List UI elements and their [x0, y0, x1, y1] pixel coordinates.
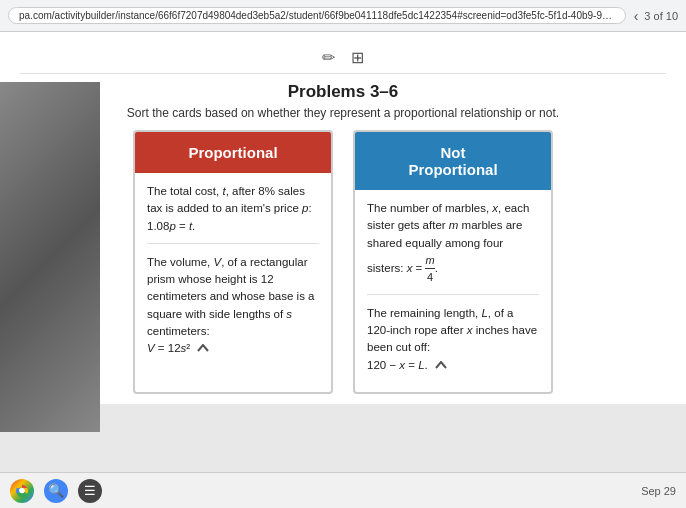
chrome-icon[interactable]: [10, 479, 34, 503]
taskbar-icons: 🔍 ☰: [10, 479, 102, 503]
card-item-rope: The remaining length, L, of a 120-inch r…: [367, 305, 539, 382]
proportional-card: Proportional The total cost, t, after 8%…: [133, 130, 333, 394]
not-proportional-card-body: The number of marbles, x, each sister ge…: [355, 190, 551, 392]
main-content: ✏ ⊞ Problems 3–6 Sort the cards based on…: [0, 32, 686, 404]
nav-controls: ‹ 3 of 10: [634, 8, 678, 24]
pencil-icon[interactable]: ✏: [322, 48, 335, 67]
chevron-up-icon[interactable]: [197, 340, 209, 357]
page-header: Problems 3–6 Sort the cards based on whe…: [20, 82, 666, 120]
page-subtitle: Sort the cards based on whether they rep…: [20, 106, 666, 120]
apps-icon[interactable]: ☰: [78, 479, 102, 503]
url-bar[interactable]: pa.com/activitybuilder/instance/66f6f720…: [8, 7, 626, 24]
page-counter: 3 of 10: [644, 10, 678, 22]
browser-bar: pa.com/activitybuilder/instance/66f6f720…: [0, 0, 686, 32]
left-panel-image: [0, 82, 100, 432]
not-proportional-card: NotProportional The number of marbles, x…: [353, 130, 553, 394]
taskbar: 🔍 ☰ Sep 29: [0, 472, 686, 508]
card-item-volume: The volume, V, of a rectangular prism wh…: [147, 254, 319, 366]
chevron-left-icon[interactable]: ‹: [634, 8, 639, 24]
toolbar-row: ✏ ⊞: [20, 42, 666, 74]
taskbar-date: Sep 29: [641, 485, 676, 497]
not-proportional-card-header: NotProportional: [355, 132, 551, 190]
proportional-card-body: The total cost, t, after 8% sales tax is…: [135, 173, 331, 376]
page-title: Problems 3–6: [20, 82, 666, 102]
card-item-tax: The total cost, t, after 8% sales tax is…: [147, 183, 319, 244]
card-item-marbles: The number of marbles, x, each sister ge…: [367, 200, 539, 295]
search-icon[interactable]: 🔍: [44, 479, 68, 503]
chevron-up-icon-2[interactable]: [435, 357, 447, 374]
grid-icon[interactable]: ⊞: [351, 48, 364, 67]
proportional-card-header: Proportional: [135, 132, 331, 173]
cards-container: Proportional The total cost, t, after 8%…: [20, 130, 666, 394]
